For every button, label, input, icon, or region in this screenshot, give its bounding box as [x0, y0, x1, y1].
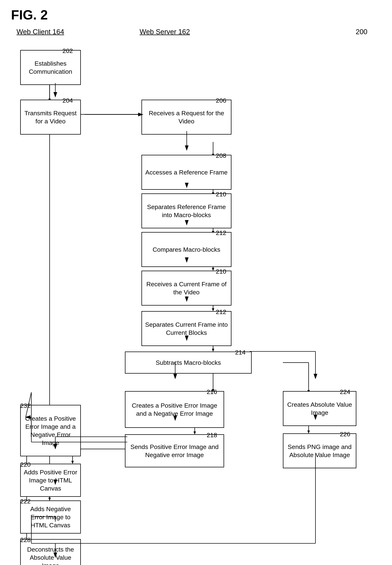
- box-206: Receives a Request for the Video: [141, 100, 231, 134]
- svg-marker-16: [212, 349, 214, 352]
- svg-marker-12: [212, 268, 214, 271]
- box-226: Sends PNG image and Absolute Value Image: [283, 433, 356, 468]
- ref-232: 232: [20, 402, 31, 409]
- ref-226: 226: [340, 431, 350, 438]
- box-214: Subtracts Macro-blocks: [125, 352, 252, 374]
- box-232: Creates a Positive Error Image and a Neg…: [20, 405, 81, 456]
- box-216: Creates a Positive Error Image and a Neg…: [125, 391, 224, 428]
- ref-202: 202: [62, 47, 73, 54]
- ref-208: 208: [216, 152, 226, 159]
- fig-title: FIG. 2: [11, 7, 381, 22]
- box-212: Compares Macro-blocks: [141, 232, 231, 267]
- col-right-label: Web Server 162: [140, 28, 190, 36]
- box-210b: Receives a Current Frame of the Video: [141, 271, 231, 306]
- box-204: Transmits Request for a Video: [20, 100, 81, 134]
- ref-222: 222: [20, 498, 31, 505]
- ref-206: 206: [216, 97, 226, 104]
- box-202: Establishes Communication: [20, 50, 81, 85]
- box-210: Separates Reference Frame into Macro-blo…: [141, 193, 231, 228]
- ref-212: 212: [216, 229, 226, 237]
- box-222: Adds Negative Error Image to HTML Canvas: [20, 501, 81, 534]
- ref-210: 210: [216, 191, 226, 198]
- box-218: Sends Positive Error Image and Negative …: [125, 434, 224, 467]
- ref-218: 218: [207, 431, 217, 439]
- svg-marker-28: [48, 498, 51, 501]
- svg-marker-26: [71, 461, 74, 464]
- box-224: Creates Absolute Value Image: [283, 391, 356, 426]
- box-220: Adds Positive Error Image to HTML Canvas: [20, 464, 81, 497]
- svg-marker-14: [212, 308, 214, 311]
- ref-220: 220: [20, 461, 31, 468]
- ref-228: 228: [20, 536, 31, 544]
- ref-214: 214: [235, 349, 246, 356]
- fig-number: 200: [356, 28, 367, 36]
- ref-212b: 212: [216, 308, 226, 315]
- box-212b: Separates Current Frame into Current Blo…: [141, 311, 231, 346]
- col-left-label: Web Client 164: [16, 28, 64, 36]
- svg-marker-4: [139, 113, 141, 116]
- ref-210b: 210: [216, 268, 226, 275]
- ref-216: 216: [207, 388, 217, 396]
- ref-224: 224: [340, 388, 350, 396]
- svg-marker-23: [194, 431, 196, 434]
- box-208: Accesses a Reference Frame: [141, 155, 231, 190]
- ref-204: 204: [62, 97, 73, 104]
- svg-marker-30: [308, 431, 310, 433]
